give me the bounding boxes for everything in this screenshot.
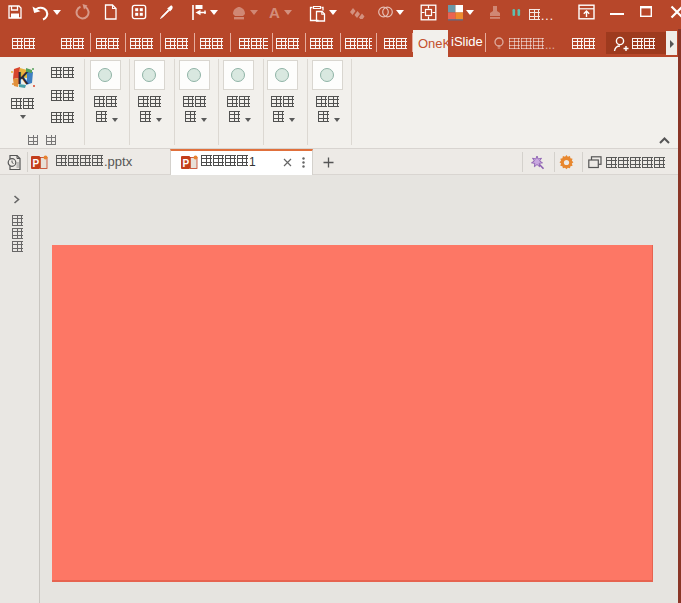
svg-text:P: P — [33, 158, 40, 169]
svg-text:P: P — [183, 158, 190, 169]
svg-text:K: K — [17, 70, 29, 87]
